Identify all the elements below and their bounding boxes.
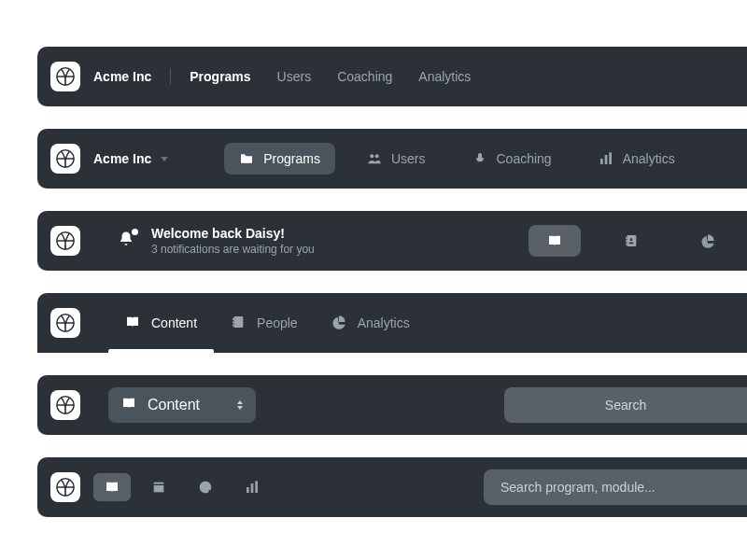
iconbtn-people[interactable]	[605, 225, 657, 257]
pill-users[interactable]: Users	[352, 143, 441, 175]
content-select[interactable]: Content	[108, 387, 256, 423]
tab-label: People	[257, 315, 298, 330]
svg-rect-10	[626, 237, 627, 239]
welcome-text: Welcome back Daisy! 3 notifications are …	[151, 226, 315, 256]
svg-rect-24	[247, 487, 249, 493]
navbar-welcome: Welcome back Daisy! 3 notifications are …	[37, 211, 747, 271]
navbar-pills: Acme Inc Programs Users Coaching Analyti…	[37, 129, 747, 189]
pill-label: Users	[391, 151, 426, 166]
at-icon	[198, 480, 213, 495]
svg-rect-25	[251, 483, 254, 493]
navbar-text: Acme Inc Programs Users Coaching Analyti…	[37, 47, 747, 106]
tab-content[interactable]: Content	[108, 293, 214, 353]
svg-rect-17	[233, 321, 233, 323]
iconbtn-analytics[interactable]	[682, 225, 734, 257]
svg-point-2	[370, 154, 374, 158]
svg-rect-12	[626, 244, 627, 245]
book-icon	[105, 480, 120, 495]
company-name: Acme Inc	[93, 151, 151, 166]
svg-rect-6	[604, 155, 607, 164]
book-icon	[547, 233, 562, 248]
folder-icon	[239, 151, 254, 166]
dribbble-icon	[55, 395, 76, 415]
nav-programs[interactable]: Programs	[190, 69, 250, 84]
svg-rect-16	[233, 318, 233, 320]
nav-users[interactable]: Users	[277, 69, 312, 84]
dribbble-icon	[55, 66, 76, 87]
svg-rect-5	[600, 159, 603, 164]
logo[interactable]	[50, 226, 80, 256]
svg-rect-9	[627, 235, 636, 246]
svg-rect-22	[154, 485, 164, 492]
welcome-subtitle: 3 notifications are waiting for you	[151, 243, 315, 256]
mini-content[interactable]	[93, 473, 131, 501]
logo[interactable]	[50, 308, 80, 338]
users-icon	[367, 151, 382, 166]
logo[interactable]	[50, 390, 80, 420]
pie-icon	[331, 315, 346, 332]
select-label: Content	[148, 397, 200, 413]
svg-point-13	[630, 238, 633, 241]
mini-at[interactable]	[187, 473, 224, 501]
pill-label: Programs	[263, 151, 320, 166]
pill-label: Analytics	[623, 151, 675, 166]
welcome-title: Welcome back Daisy!	[151, 226, 315, 241]
svg-rect-15	[233, 316, 243, 328]
search-input[interactable]	[500, 480, 730, 495]
svg-rect-26	[255, 481, 258, 493]
bars-icon	[599, 151, 613, 166]
iconbtn-content[interactable]	[529, 225, 581, 257]
pill-analytics[interactable]: Analytics	[584, 143, 690, 175]
logo[interactable]	[50, 144, 80, 174]
navbar-mini	[37, 457, 747, 517]
dribbble-icon	[55, 313, 76, 333]
nav-analytics[interactable]: Analytics	[418, 69, 471, 84]
contacts-icon	[624, 233, 639, 248]
mic-icon	[472, 151, 487, 166]
book-icon	[121, 396, 136, 414]
updown-icon	[237, 400, 243, 410]
bars-icon	[245, 480, 260, 495]
mini-bars[interactable]	[233, 473, 271, 501]
pill-label: Coaching	[497, 151, 552, 166]
svg-rect-18	[233, 324, 233, 326]
svg-rect-21	[154, 483, 164, 484]
caret-down-icon[interactable]	[161, 157, 168, 161]
tab-label: Content	[151, 315, 197, 330]
nav-coaching[interactable]: Coaching	[337, 69, 392, 84]
pie-icon	[700, 233, 715, 248]
tab-analytics[interactable]: Analytics	[315, 293, 427, 353]
logo[interactable]	[50, 62, 80, 91]
layers-icon	[151, 480, 166, 495]
notifications-bell[interactable]	[118, 231, 134, 251]
search-input-wrap[interactable]	[484, 469, 747, 505]
navbar-tabs: Content People Analytics	[37, 293, 747, 353]
tab-label: Analytics	[358, 315, 410, 330]
svg-rect-7	[609, 152, 612, 164]
contacts-icon	[231, 315, 246, 332]
dribbble-icon	[55, 148, 76, 169]
svg-point-3	[375, 154, 379, 158]
book-icon	[125, 315, 140, 332]
company-name: Acme Inc	[93, 69, 151, 84]
navbar-select: Content Search	[37, 375, 747, 435]
dribbble-icon	[55, 231, 76, 251]
svg-rect-11	[626, 240, 627, 242]
pill-coaching[interactable]: Coaching	[458, 143, 567, 175]
notification-dot	[132, 229, 138, 235]
search-button[interactable]: Search	[504, 387, 747, 423]
pill-programs[interactable]: Programs	[224, 143, 335, 175]
tab-people[interactable]: People	[214, 293, 315, 353]
dribbble-icon	[55, 477, 76, 497]
divider	[170, 68, 171, 85]
mini-layers[interactable]	[140, 473, 177, 501]
logo[interactable]	[50, 472, 80, 502]
